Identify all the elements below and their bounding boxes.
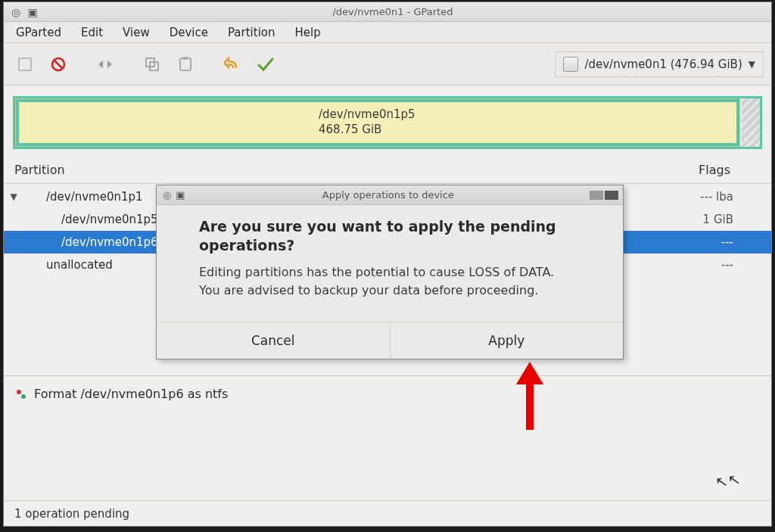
chevron-down-icon: ▼: [749, 59, 755, 70]
column-headers: Partition Flags: [4, 155, 771, 184]
menu-device[interactable]: Device: [160, 23, 217, 42]
disk-map[interactable]: /dev/nvme0n1p5 468.75 GiB: [13, 96, 762, 149]
dialog-title: Apply operations to device: [191, 189, 585, 201]
copy-button[interactable]: [139, 51, 166, 78]
paste-button[interactable]: [172, 51, 199, 78]
operation-text: Format /dev/nvme0n1p6 as ntfs: [34, 387, 228, 401]
expand-icon[interactable]: ▼: [4, 191, 23, 202]
undo-button[interactable]: [219, 51, 246, 78]
menu-edit[interactable]: Edit: [72, 23, 112, 42]
window-titlebar: ◎ ▣ /dev/nvme0n1 - GParted: [4, 2, 771, 22]
apply-button[interactable]: [252, 51, 279, 78]
menu-view[interactable]: View: [114, 23, 159, 42]
menubar: GParted Edit View Device Partition Help: [4, 22, 771, 43]
svg-rect-5: [180, 58, 191, 70]
new-partition-button[interactable]: [11, 51, 39, 78]
menu-gparted[interactable]: GParted: [7, 23, 70, 42]
resize-move-button[interactable]: [92, 51, 119, 78]
cancel-button[interactable]: Cancel: [157, 322, 390, 359]
svg-point-7: [17, 390, 21, 394]
apply-confirm-button[interactable]: Apply: [390, 322, 624, 359]
harddisk-icon: [563, 57, 578, 72]
svg-line-2: [54, 61, 62, 68]
menu-partition[interactable]: Partition: [219, 23, 285, 42]
delete-partition-button[interactable]: [45, 51, 72, 78]
status-text: 1 operation pending: [14, 507, 129, 521]
debian-icon: ◎: [163, 189, 171, 201]
debian-icon: ◎: [10, 6, 22, 18]
column-flags[interactable]: Flags: [158, 163, 761, 177]
disk-map-partition-size: 468.75 GiB: [319, 122, 739, 137]
device-selector[interactable]: /dev/nvme0n1 (476.94 GiB) ▼: [555, 51, 764, 77]
minimize-icon[interactable]: [590, 191, 603, 200]
status-bar: 1 operation pending: [4, 500, 771, 526]
dialog-heading: Are you sure you want to apply the pendi…: [199, 217, 602, 254]
pending-operations: Format /dev/nvme0n1p6 as ntfs: [4, 375, 771, 404]
svg-rect-6: [183, 57, 188, 60]
disk-map-partition-name: /dev/nvme0n1p5: [319, 107, 739, 122]
window-title: /dev/nvme0n1 - GParted: [45, 6, 741, 17]
column-partition[interactable]: Partition: [14, 163, 158, 177]
app-icon: ▣: [176, 189, 185, 201]
disk-map-partition[interactable]: /dev/nvme0n1p5 468.75 GiB: [15, 98, 740, 147]
disk-map-unallocated[interactable]: [742, 98, 760, 147]
toolbar: /dev/nvme0n1 (476.94 GiB) ▼: [4, 43, 771, 86]
svg-rect-0: [19, 58, 31, 70]
apply-dialog: ◎ ▣ Apply operations to device Are you s…: [156, 185, 624, 359]
format-icon: [14, 387, 28, 401]
menu-help[interactable]: Help: [286, 23, 330, 42]
dialog-titlebar: ◎ ▣ Apply operations to device: [157, 185, 623, 205]
dialog-body-text: Editing partitions has the potential to …: [199, 263, 602, 298]
device-selector-label: /dev/nvme0n1 (476.94 GiB): [584, 58, 742, 71]
maximize-icon[interactable]: [605, 191, 618, 200]
app-icon: ▣: [26, 6, 39, 18]
svg-point-8: [21, 394, 26, 399]
